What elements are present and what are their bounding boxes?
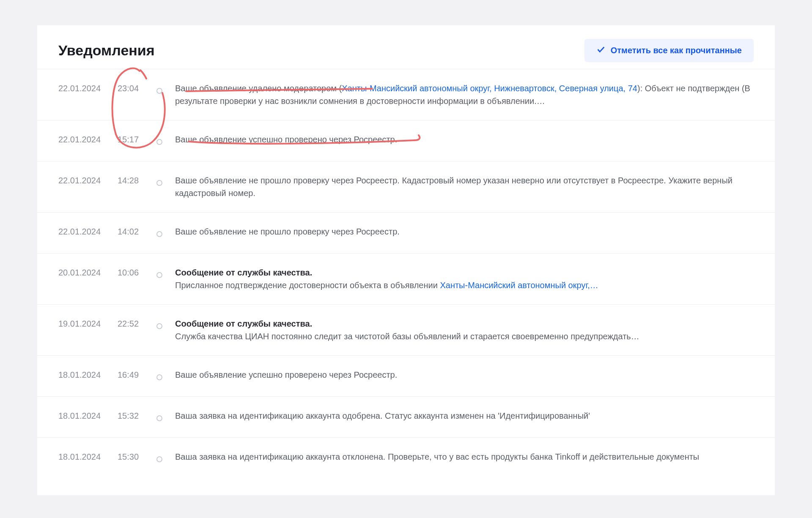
notification-text-prefix: Ваша заявка на идентификацию аккаунта од… (175, 411, 590, 420)
unread-dot-icon (156, 374, 162, 380)
notification-row[interactable]: 22.01.202414:28Ваше объявление не прошло… (37, 161, 775, 212)
notification-time: 14:28 (118, 174, 156, 187)
notification-row[interactable]: 20.01.202410:06Сообщение от службы качес… (37, 253, 775, 304)
mark-all-read-label: Отметить все как прочитанные (611, 46, 742, 55)
card-header: Уведомления Отметить все как прочитанные (37, 25, 775, 69)
notification-link[interactable]: Ханты-Мансийский автономный округ,… (440, 281, 598, 290)
notification-link[interactable]: Ханты-Мансийский автономный округ, Нижне… (342, 84, 637, 93)
notification-row[interactable]: 18.01.202415:32Ваша заявка на идентифика… (37, 396, 775, 437)
notification-row[interactable]: 22.01.202415:17Ваше объявление успешно п… (37, 120, 775, 161)
unread-indicator-cell (156, 174, 175, 189)
notifications-card: Уведомления Отметить все как прочитанные… (37, 25, 775, 495)
notification-text-prefix: Ваше объявление удалено модератором ( (175, 84, 342, 93)
notification-text-line: Служба качества ЦИАН постоянно следит за… (175, 330, 754, 343)
notification-text-line: Ваше объявление не прошло проверку через… (175, 174, 754, 199)
notification-time: 10:06 (118, 266, 156, 279)
unread-dot-icon (156, 272, 162, 278)
notification-text-line: Ваше объявление удалено модератором (Хан… (175, 82, 754, 107)
notification-strong-line: Сообщение от службы качества. (175, 317, 754, 330)
unread-indicator-cell (156, 225, 175, 240)
notification-time: 14:02 (118, 225, 156, 238)
page-title: Уведомления (58, 42, 155, 59)
notification-date: 18.01.2024 (58, 368, 118, 381)
notification-time: 15:17 (118, 133, 156, 146)
notification-row[interactable]: 18.01.202416:49Ваше объявление успешно п… (37, 355, 775, 396)
notification-text-prefix: Служба качества ЦИАН постоянно следит за… (175, 332, 639, 341)
notification-body: Ваше объявление успешно проверено через … (175, 368, 754, 381)
notification-date: 18.01.2024 (58, 409, 118, 422)
notification-text-prefix: Ваша заявка на идентификацию аккаунта от… (175, 452, 699, 461)
notification-text-line: Ваша заявка на идентификацию аккаунта от… (175, 450, 754, 463)
notification-body: Ваша заявка на идентификацию аккаунта от… (175, 450, 754, 463)
unread-indicator-cell (156, 82, 175, 97)
unread-indicator-cell (156, 133, 175, 148)
notification-body: Сообщение от службы качества.Присланное … (175, 266, 754, 292)
notification-time: 15:32 (118, 409, 156, 422)
notification-body: Сообщение от службы качества.Служба каче… (175, 317, 754, 343)
unread-dot-icon (156, 415, 162, 421)
notification-text-prefix: Присланное подтверждение достоверности о… (175, 281, 440, 290)
unread-indicator-cell (156, 266, 175, 281)
mark-all-read-button[interactable]: Отметить все как прочитанные (584, 39, 754, 62)
notification-text-prefix: Ваше объявление не прошло проверку через… (175, 176, 732, 198)
unread-dot-icon (156, 456, 162, 462)
notification-body: Ваше объявление не прошло проверку через… (175, 225, 754, 238)
notification-text-line: Ваше объявление не прошло проверку через… (175, 225, 754, 238)
notification-strong-line: Сообщение от службы качества. (175, 266, 754, 279)
notification-date: 19.01.2024 (58, 317, 118, 330)
unread-indicator-cell (156, 317, 175, 333)
notification-row[interactable]: 22.01.202414:02Ваше объявление не прошло… (37, 212, 775, 253)
notification-body: Ваше объявление успешно проверено через … (175, 133, 754, 146)
check-icon (596, 45, 606, 56)
notification-text-line: Ваше объявление успешно проверено через … (175, 368, 754, 381)
notification-body: Ваша заявка на идентификацию аккаунта од… (175, 409, 754, 422)
unread-dot-icon (156, 231, 162, 237)
notification-text-prefix: Ваше объявление успешно проверено через … (175, 135, 397, 144)
notification-body: Ваше объявление не прошло проверку через… (175, 174, 754, 199)
notification-text-prefix: Ваше объявление не прошло проверку через… (175, 227, 400, 236)
notification-row[interactable]: 22.01.202423:04Ваше объявление удалено м… (37, 69, 775, 120)
unread-dot-icon (156, 323, 162, 329)
unread-indicator-cell (156, 368, 175, 384)
notification-body: Ваше объявление удалено модератором (Хан… (175, 82, 754, 107)
notification-time: 15:30 (118, 450, 156, 463)
unread-dot-icon (156, 88, 162, 94)
notification-date: 22.01.2024 (58, 225, 118, 238)
notification-time: 22:52 (118, 317, 156, 330)
notifications-list: 22.01.202423:04Ваше объявление удалено м… (37, 69, 775, 478)
notification-date: 22.01.2024 (58, 133, 118, 146)
unread-dot-icon (156, 139, 162, 145)
notification-date: 18.01.2024 (58, 450, 118, 463)
notification-text-line: Ваше объявление успешно проверено через … (175, 133, 754, 146)
notification-date: 20.01.2024 (58, 266, 118, 279)
notification-text-line: Ваша заявка на идентификацию аккаунта од… (175, 409, 754, 422)
notification-row[interactable]: 19.01.202422:52Сообщение от службы качес… (37, 304, 775, 355)
notification-text-line: Присланное подтверждение достоверности о… (175, 279, 754, 292)
notification-time: 16:49 (118, 368, 156, 381)
notification-text-prefix: Ваше объявление успешно проверено через … (175, 370, 397, 379)
unread-dot-icon (156, 180, 162, 186)
notification-row[interactable]: 18.01.202415:30Ваша заявка на идентифика… (37, 437, 775, 478)
notification-date: 22.01.2024 (58, 174, 118, 187)
unread-indicator-cell (156, 409, 175, 425)
notification-date: 22.01.2024 (58, 82, 118, 95)
notification-time: 23:04 (118, 82, 156, 95)
unread-indicator-cell (156, 450, 175, 466)
